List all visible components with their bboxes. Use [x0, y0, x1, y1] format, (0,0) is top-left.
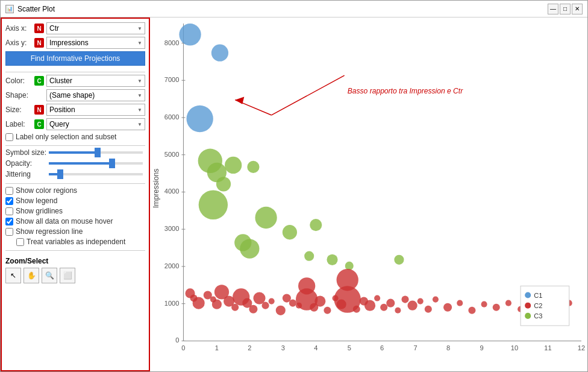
show-color-regions-checkbox[interactable]: [5, 187, 13, 195]
svg-point-85: [364, 300, 375, 311]
svg-point-89: [395, 307, 401, 314]
svg-point-46: [247, 161, 259, 173]
svg-point-78: [314, 296, 325, 307]
size-arrow: ▼: [137, 107, 142, 113]
axis-y-select[interactable]: Impressions ▼: [46, 37, 145, 49]
svg-text:10: 10: [511, 344, 518, 352]
divider-4: [5, 250, 145, 251]
svg-text:2: 2: [248, 344, 251, 352]
label-badge: C: [34, 119, 44, 129]
window-title: Scatter Plot: [17, 5, 55, 13]
color-label: Color:: [5, 77, 32, 85]
axis-y-arrow: ▼: [137, 40, 142, 46]
divider-2: [5, 145, 145, 146]
treat-variables-label: Treat variables as independent: [27, 238, 125, 246]
svg-point-74: [289, 300, 296, 307]
svg-point-92: [418, 298, 424, 304]
close-button[interactable]: ✕: [572, 4, 583, 14]
color-arrow: ▼: [137, 78, 142, 84]
zoom-tool[interactable]: 🔍: [42, 268, 57, 283]
svg-text:6: 6: [380, 344, 384, 352]
symbol-size-fill: [49, 151, 96, 154]
svg-point-83: [353, 306, 360, 313]
pointer-tool[interactable]: ↖: [5, 268, 21, 283]
title-controls: — □ ✕: [548, 4, 583, 14]
symbol-size-thumb[interactable]: [95, 148, 101, 157]
svg-point-53: [304, 251, 314, 261]
svg-text:Basso rapporto tra Impression : Basso rapporto tra Impression e Ctr: [348, 87, 463, 95]
svg-point-70: [262, 302, 269, 309]
maximize-button[interactable]: □: [560, 4, 571, 14]
axis-x-select[interactable]: Ctr ▼: [46, 22, 145, 34]
size-select[interactable]: Position ▼: [46, 104, 145, 116]
svg-point-111: [525, 303, 531, 309]
opacity-fill: [49, 162, 110, 165]
svg-point-50: [240, 239, 259, 258]
svg-text:Impressions: Impressions: [152, 169, 160, 208]
svg-point-109: [525, 292, 531, 298]
color-select[interactable]: Cluster ▼: [46, 75, 145, 87]
svg-text:5000: 5000: [164, 151, 180, 158]
color-row: Color: C Cluster ▼: [5, 75, 145, 87]
svg-text:9: 9: [480, 344, 483, 352]
label-select[interactable]: Query ▼: [46, 118, 145, 130]
svg-point-94: [433, 297, 439, 303]
show-gridlines-label: Show gridlines: [16, 207, 63, 215]
svg-point-54: [327, 254, 337, 265]
zoom-section: Zoom/Select ↖ ✋ 🔍 ⬜: [5, 257, 145, 283]
opacity-thumb[interactable]: [109, 159, 115, 168]
svg-text:0: 0: [175, 336, 179, 344]
svg-point-113: [525, 313, 531, 319]
svg-point-99: [493, 304, 500, 311]
content-area: Axis x: N Ctr ▼ Axis y: N Impressions ▼ …: [1, 17, 587, 371]
svg-text:4000: 4000: [164, 188, 180, 195]
opacity-label: Opacity:: [5, 159, 49, 168]
jittering-label: Jittering: [5, 170, 49, 178]
svg-point-39: [179, 24, 201, 45]
show-legend-checkbox[interactable]: [5, 197, 13, 205]
pan-tool[interactable]: ✋: [23, 268, 39, 283]
title-bar-left: 📊 Scatter Plot: [5, 5, 55, 13]
label-selection-checkbox[interactable]: [5, 133, 13, 141]
svg-text:7000: 7000: [164, 76, 180, 83]
jittering-thumb[interactable]: [57, 169, 63, 179]
show-all-data-row: Show all data on mouse hover: [5, 217, 145, 225]
svg-point-97: [468, 307, 475, 314]
svg-point-59: [193, 297, 205, 309]
select-tool[interactable]: ⬜: [60, 268, 75, 283]
left-panel: Axis x: N Ctr ▼ Axis y: N Impressions ▼ …: [1, 17, 150, 371]
opacity-row: Opacity:: [5, 159, 145, 168]
axis-x-row: Axis x: N Ctr ▼: [5, 22, 145, 34]
show-regression-checkbox[interactable]: [5, 228, 13, 236]
minimize-button[interactable]: —: [548, 4, 558, 14]
jittering-track: [49, 173, 143, 175]
size-label: Size:: [5, 106, 32, 114]
show-all-data-label: Show all data on mouse hover: [16, 217, 113, 225]
show-gridlines-row: Show gridlines: [5, 207, 145, 215]
label-row: Label: C Query ▼: [5, 118, 145, 130]
shape-select[interactable]: (Same shape) ▼: [46, 89, 145, 101]
axis-x-arrow: ▼: [137, 26, 142, 31]
svg-text:3: 3: [281, 344, 285, 352]
svg-text:2000: 2000: [164, 262, 180, 270]
svg-point-91: [408, 301, 418, 311]
treat-variables-checkbox[interactable]: [16, 238, 24, 246]
axis-y-label: Axis y:: [5, 39, 32, 47]
show-regression-row: Show regression line: [5, 227, 145, 236]
show-all-data-checkbox[interactable]: [5, 218, 13, 225]
svg-text:C3: C3: [534, 312, 542, 320]
svg-point-56: [394, 255, 404, 265]
scatter-plot-svg: 0 1000 2000 3000 4000 5000 6000 7000 800…: [150, 17, 587, 371]
svg-text:0: 0: [181, 344, 185, 352]
title-bar: 📊 Scatter Plot — □ ✕: [1, 1, 587, 17]
show-gridlines-checkbox[interactable]: [5, 207, 13, 215]
find-projections-button[interactable]: Find Informative Projections: [5, 51, 145, 66]
svg-point-88: [386, 299, 395, 307]
svg-text:1000: 1000: [164, 300, 180, 307]
svg-point-55: [345, 262, 354, 270]
size-badge: N: [34, 105, 44, 115]
label-selection-row: Label only selection and subset: [5, 133, 145, 141]
axis-y-row: Axis y: N Impressions ▼: [5, 37, 145, 49]
symbol-size-label: Symbol size:: [5, 148, 49, 157]
svg-text:3000: 3000: [164, 225, 180, 232]
